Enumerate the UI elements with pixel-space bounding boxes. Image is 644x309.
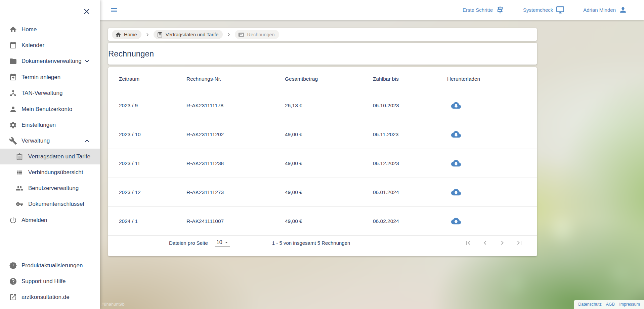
sidebar-item-dokumentenverwaltung[interactable]: Dokumentenverwaltung	[0, 53, 100, 69]
cell-rechnungs-nr: R-AK231111178	[186, 103, 285, 109]
cell-zahlbar-bis: 06.02.2024	[373, 218, 447, 224]
cell-zahlbar-bis: 06.01.2024	[373, 189, 447, 195]
sidebar-item-tan-verwaltung[interactable]: TAN-Verwaltung	[0, 85, 100, 101]
list-icon	[16, 169, 23, 176]
user-menu-button[interactable]: Adrian Minden	[583, 6, 627, 14]
sidebar-item-verwaltung[interactable]: Verwaltung	[0, 133, 100, 149]
download-icon[interactable]	[451, 101, 461, 110]
breadcrumb: Home Vertragsdaten und Tarife Rechnungen	[108, 28, 537, 41]
arrow-drop-down-icon	[223, 239, 229, 245]
topbar-actions: Erste Schritte Systemcheck Adrian Minden	[463, 6, 627, 14]
people-icon	[16, 185, 23, 192]
calendar-add-icon	[9, 73, 17, 81]
pagination-controls	[464, 239, 537, 247]
sidebar-item-benutzerverwaltung[interactable]: Benutzerverwaltung	[0, 180, 100, 196]
new-releases-icon	[9, 262, 17, 270]
table-row: 2023 / 10 R-AK231111202 49,00 € 06.11.20…	[108, 120, 537, 149]
sidebar-item-kalender[interactable]: Kalender	[0, 37, 100, 53]
column-header: Rechnungs-Nr.	[186, 76, 285, 82]
download-icon[interactable]	[451, 129, 461, 139]
cell-zeitraum: 2024 / 1	[119, 218, 186, 224]
signpost-icon	[496, 6, 504, 14]
systemcheck-button[interactable]: Systemcheck	[523, 6, 564, 14]
link-impressum[interactable]: Impressum	[619, 302, 640, 307]
key-icon	[16, 200, 23, 208]
per-page-select[interactable]: 10	[215, 239, 230, 247]
chevron-right-icon[interactable]	[498, 239, 506, 247]
help-icon	[9, 277, 17, 285]
invoices-table: Zeitraum Rechnungs-Nr. Gesamtbetrag Zahl…	[108, 67, 537, 256]
erste-schritte-button[interactable]: Erste Schritte	[463, 6, 504, 14]
cell-gesamtbetrag: 49,00 €	[285, 160, 373, 166]
sidebar-item-support-und-hilfe[interactable]: Support und Hilfe	[0, 273, 100, 289]
top-bar: Erste Schritte Systemcheck Adrian Minden	[100, 0, 644, 20]
table-row: 2023 / 9 R-AK231111178 26,13 € 06.10.202…	[108, 91, 537, 120]
page-title: Rechnungen	[108, 49, 154, 59]
cell-zeitraum: 2023 / 11	[119, 160, 186, 166]
sidebar: Home Kalender Dokumentenverwaltung Termi…	[0, 0, 100, 309]
chevron-up-icon	[83, 137, 91, 145]
link-datenschutz[interactable]: Datenschutz	[578, 302, 601, 307]
device-hub-icon	[9, 89, 17, 97]
download-icon[interactable]	[451, 216, 461, 226]
open-in-new-icon	[9, 293, 17, 301]
breadcrumb-vertragsdaten[interactable]: Vertragsdaten und Tarife	[154, 30, 223, 39]
cell-zeitraum: 2023 / 9	[119, 103, 186, 109]
background-watermark: #8hahunt9b	[101, 302, 125, 307]
sidebar-bottom-group: Produktaktualisierungen Support und Hilf…	[0, 258, 100, 309]
invoice-card-icon	[238, 32, 244, 38]
last-page-icon[interactable]	[515, 239, 523, 247]
cell-gesamtbetrag: 49,00 €	[285, 218, 373, 224]
legal-links: Datenschutz AGB Impressum	[574, 300, 644, 309]
systemcheck-label: Systemcheck	[523, 7, 553, 13]
chevron-right-icon	[144, 32, 151, 38]
chevron-down-icon	[83, 57, 91, 65]
cell-zeitraum: 2023 / 12	[119, 189, 186, 195]
menu-icon[interactable]	[110, 6, 118, 14]
sidebar-item-arztkonsultation[interactable]: arztkonsultation.de	[0, 289, 100, 305]
folder-icon	[9, 57, 17, 65]
link-agb[interactable]: AGB	[606, 302, 615, 307]
per-page-label: Dateien pro Seite	[169, 240, 208, 246]
wrench-icon	[9, 137, 17, 145]
sidebar-item-abmelden[interactable]: Abmelden	[0, 212, 100, 228]
monitor-icon	[556, 6, 564, 14]
pagination-summary: 1 - 5 von insgesamt 5 Rechnungen	[272, 240, 350, 246]
download-icon[interactable]	[451, 158, 461, 168]
table-row: 2023 / 12 R-AK231111273 49,00 € 06.01.20…	[108, 178, 537, 206]
cell-zahlbar-bis: 06.10.2023	[373, 103, 447, 109]
cell-zahlbar-bis: 06.11.2023	[373, 131, 447, 138]
chevron-right-icon	[226, 32, 232, 38]
column-header: Herunterladen	[447, 76, 537, 82]
sidebar-item-dokumentenschluessel[interactable]: Dokumentenschlüssel	[0, 196, 100, 212]
person-icon	[619, 6, 627, 14]
sidebar-item-verbindungsuebersicht[interactable]: Verbindungsübersicht	[0, 164, 100, 180]
first-page-icon[interactable]	[464, 239, 472, 247]
cell-gesamtbetrag: 49,00 €	[285, 131, 373, 138]
download-icon[interactable]	[451, 187, 461, 197]
breadcrumb-home[interactable]: Home	[112, 30, 141, 39]
user-name-label: Adrian Minden	[583, 7, 616, 13]
home-icon	[115, 32, 121, 38]
sidebar-item-einstellungen[interactable]: Einstellungen	[0, 117, 100, 133]
sidebar-item-benutzerkonto[interactable]: Mein Benutzerkonto	[0, 101, 100, 117]
sidebar-item-produktaktualisierungen[interactable]: Produktaktualisierungen	[0, 258, 100, 273]
cell-rechnungs-nr: R-AK231111202	[186, 131, 285, 138]
sidebar-item-termin-anlegen[interactable]: Termin anlegen	[0, 69, 100, 85]
gear-icon	[9, 121, 17, 129]
home-icon	[9, 26, 17, 34]
title-card: Rechnungen	[108, 43, 537, 65]
breadcrumb-rechnungen: Rechnungen	[235, 30, 279, 39]
close-icon[interactable]	[82, 7, 91, 16]
column-header: Zahlbar bis	[373, 76, 447, 82]
sidebar-item-home[interactable]: Home	[0, 22, 100, 37]
cell-rechnungs-nr: R-AK241111007	[186, 218, 285, 224]
table-footer: Dateien pro Seite 10 1 - 5 von insgesamt…	[108, 235, 537, 250]
sidebar-item-vertragsdaten-und-tarife[interactable]: Vertragsdaten und Tarife	[0, 149, 100, 164]
cell-rechnungs-nr: R-AK231111238	[186, 160, 285, 166]
clipboard-icon	[157, 32, 163, 38]
cell-rechnungs-nr: R-AK231111273	[186, 189, 285, 195]
column-header: Gesamtbetrag	[285, 76, 373, 82]
cell-gesamtbetrag: 26,13 €	[285, 103, 373, 109]
chevron-left-icon[interactable]	[481, 239, 489, 247]
